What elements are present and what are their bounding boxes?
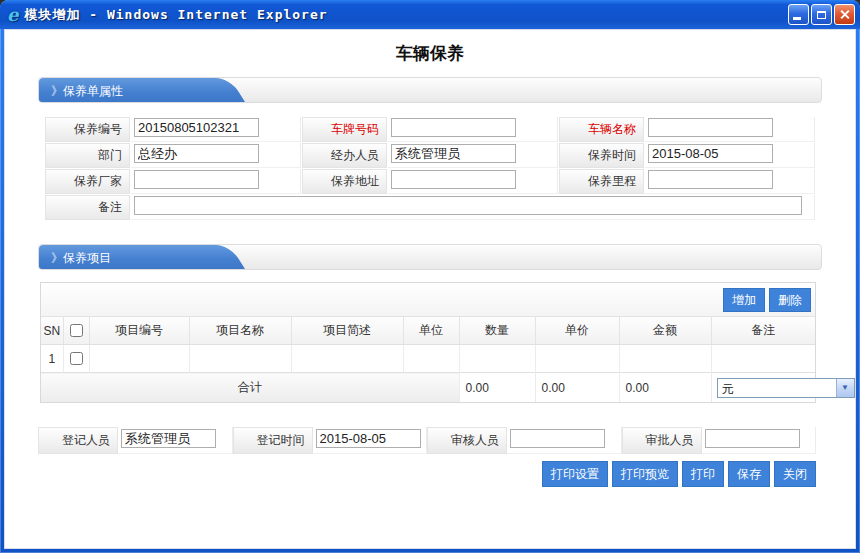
registrar-label: 登记人员 [38,427,118,454]
items-toolbar: 增加 删除 [41,283,815,317]
select-all-checkbox[interactable] [70,324,83,337]
chevron-down-icon: ▼ [836,379,854,397]
ie-icon: e [7,6,18,24]
close-page-button[interactable]: 关闭 [774,461,816,487]
maintenance-date-input[interactable] [648,144,773,163]
minimize-icon [793,17,801,20]
reviewer-label: 审核人员 [427,427,507,454]
handler-label: 经办人员 [302,143,387,168]
mileage-input[interactable] [648,170,773,189]
plate-no-label: 车牌号码 [302,117,387,142]
remark-input[interactable] [134,196,802,215]
total-row: 合计 0.00 0.00 0.00 元 ▼ [41,373,815,403]
col-unit-price: 单价 [535,317,619,345]
save-button[interactable]: 保存 [728,461,770,487]
print-button[interactable]: 打印 [682,461,724,487]
total-unit-price: 0.00 [535,373,619,403]
total-quantity: 0.00 [459,373,535,403]
col-item-no: 项目编号 [89,317,189,345]
approver-label: 审批人员 [622,427,702,454]
maximize-button[interactable] [811,4,832,25]
section-properties-header: 》保养单属性 [38,77,822,103]
col-select [63,317,89,345]
properties-form: 保养编号 车牌号码 车辆名称 部门 经办人员 保养时间 保养厂家 保养地址 保养… [45,117,815,220]
item-row: 1 [41,345,815,373]
maintenance-no-input[interactable] [134,118,259,137]
row-unit[interactable] [403,345,459,373]
col-remark: 备注 [711,317,815,345]
remark-label: 备注 [45,195,130,220]
row-checkbox[interactable] [70,352,83,365]
department-label: 部门 [45,143,130,168]
row-quantity[interactable] [459,345,535,373]
maintenance-date-label: 保养时间 [559,143,644,168]
print-preview-button[interactable]: 打印预览 [612,461,678,487]
col-amount: 金额 [619,317,711,345]
page-title: 车辆保养 [4,42,856,65]
maintenance-no-label: 保养编号 [45,117,130,142]
row-unit-price[interactable] [535,345,619,373]
register-date-input[interactable] [316,429,421,448]
vehicle-name-input[interactable] [648,118,773,137]
mileage-label: 保养里程 [559,169,644,194]
registrar-input[interactable] [121,429,216,448]
minimize-button[interactable] [788,4,809,25]
plate-no-input[interactable] [391,118,516,137]
row-item-desc[interactable] [291,345,403,373]
items-box: 增加 删除 SN 项目编号 项目名称 项目简述 单位 数量 单价 [40,282,816,403]
section-properties-tab: 》保养单属性 [39,78,189,102]
close-button[interactable] [834,4,855,25]
section-properties-title: 》保养单属性 [39,78,189,103]
currency-value: 元 [718,379,836,397]
factory-input[interactable] [134,170,259,189]
total-amount: 0.00 [619,373,711,403]
approver-input[interactable] [705,429,800,448]
department-input[interactable] [134,144,259,163]
section-items-header: 》保养项目 [38,244,822,270]
page-content: 车辆保养 》保养单属性 保养编号 车牌号码 车辆名称 部门 经办人员 保养时间 … [4,29,856,549]
col-item-desc: 项目简述 [291,317,403,345]
print-settings-button[interactable]: 打印设置 [542,461,608,487]
add-item-button[interactable]: 增加 [723,288,765,312]
section-items-title: 》保养项目 [39,245,189,270]
reviewer-input[interactable] [510,429,605,448]
delete-item-button[interactable]: 删除 [769,288,811,312]
col-item-name: 项目名称 [189,317,291,345]
row-item-name[interactable] [189,345,291,373]
footer-strip: 登记人员 登记时间 审核人员 审批人员 [38,427,816,454]
total-label: 合计 [41,373,459,403]
currency-select[interactable]: 元 ▼ [717,378,855,398]
row-amount[interactable] [619,345,711,373]
section-items-tab: 》保养项目 [39,245,189,269]
browser-window: e 模块增加 - Windows Internet Explorer 车辆保养 … [0,0,860,553]
col-quantity: 数量 [459,317,535,345]
handler-input[interactable] [391,144,516,163]
window-title: 模块增加 - Windows Internet Explorer [24,6,788,24]
items-table: SN 项目编号 项目名称 项目简述 单位 数量 单价 金额 备注 1 [41,317,815,402]
vehicle-name-label: 车辆名称 [559,117,644,142]
maximize-icon [817,11,826,19]
row-remark[interactable] [711,345,815,373]
row-sn: 1 [41,345,63,373]
col-unit: 单位 [403,317,459,345]
items-header-row: SN 项目编号 项目名称 项目简述 单位 数量 单价 金额 备注 [41,317,815,345]
titlebar: e 模块增加 - Windows Internet Explorer [0,0,860,29]
col-sn: SN [41,317,63,345]
bottom-buttons: 打印设置 打印预览 打印 保存 关闭 [4,461,816,487]
close-icon [839,9,850,20]
factory-label: 保养厂家 [45,169,130,194]
address-label: 保养地址 [302,169,387,194]
row-item-no[interactable] [89,345,189,373]
register-date-label: 登记时间 [233,427,313,454]
address-input[interactable] [391,170,516,189]
